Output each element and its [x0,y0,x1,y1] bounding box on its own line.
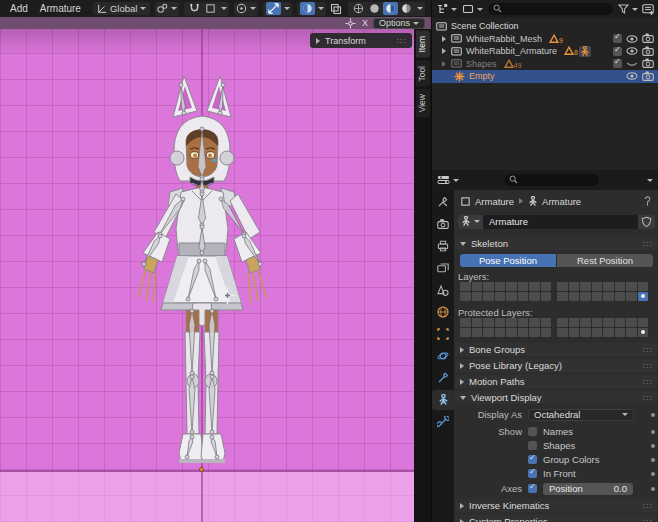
options-button[interactable]: Options [373,18,425,29]
expander-icon[interactable] [442,61,446,67]
animate-dot-icon[interactable] [651,472,655,476]
layer-toggle[interactable] [529,328,540,337]
eye-icon[interactable] [626,34,638,44]
tab-render[interactable] [432,214,454,234]
axes-checkbox[interactable] [528,484,537,493]
menu-add[interactable]: Add [4,2,34,15]
tab-output[interactable] [432,236,454,256]
section-drag-handle[interactable] [642,379,652,385]
layer-toggle[interactable] [569,282,580,291]
axes-position-slider[interactable]: Position 0.0 [543,483,633,495]
shading-material-icon[interactable] [383,2,398,15]
expander-icon[interactable] [442,36,446,42]
falloff-dropdown[interactable] [297,2,326,16]
layer-toggle[interactable] [615,328,626,337]
gizmo-toggle-icon[interactable] [345,18,356,29]
camera-visibility-icon[interactable] [642,58,654,69]
layer-toggle[interactable] [569,292,580,301]
animate-dot-icon[interactable] [651,413,655,417]
new-collection-button[interactable] [642,3,654,15]
section-drag-handle[interactable] [642,363,652,369]
layer-toggle[interactable] [472,328,483,337]
eye-closed-icon[interactable] [626,59,638,69]
character-model[interactable] [0,29,414,522]
layer-toggle[interactable] [472,292,483,301]
section-bone-groups[interactable]: Bone Groups [455,343,657,356]
chevron-down-icon[interactable] [647,179,653,182]
snap-target-icon[interactable] [203,2,218,15]
section-drag-handle[interactable] [642,395,652,401]
layer-toggle[interactable] [541,282,552,291]
layer-toggle[interactable] [506,328,517,337]
pin-icon[interactable] [642,196,653,207]
section-motion-paths[interactable]: Motion Paths [455,375,657,388]
layer-toggle[interactable] [460,292,471,301]
layer-toggle[interactable] [541,328,552,337]
layer-toggle[interactable] [580,292,591,301]
layer-toggle[interactable] [460,282,471,291]
expander-icon[interactable] [442,48,446,54]
sidebar-tab-view[interactable]: View [416,89,430,117]
layer-toggle[interactable] [592,328,603,337]
snap-magnet-icon[interactable] [187,2,202,15]
layer-toggle[interactable] [580,282,591,291]
layer-toggle[interactable] [638,282,649,291]
editor-type-dropdown[interactable] [436,3,457,15]
layer-toggle[interactable] [529,282,540,291]
tab-world[interactable] [432,302,454,322]
layer-toggle[interactable] [506,292,517,301]
animate-dot-icon[interactable] [651,487,655,491]
eye-icon[interactable] [626,71,638,81]
exclude-checkbox[interactable] [613,59,622,68]
filter-dropdown[interactable] [618,4,638,15]
layer-toggle[interactable] [603,318,614,327]
shading-wireframe-icon[interactable] [351,2,366,15]
snap-move-icon[interactable] [266,2,281,15]
camera-visibility-icon[interactable] [642,71,654,82]
layer-toggle[interactable] [615,292,626,301]
layer-toggle[interactable] [541,292,552,301]
editor-type-dropdown[interactable] [437,174,459,187]
tab-bone[interactable] [432,412,454,432]
tab-object-data-armature[interactable] [432,390,454,410]
menu-armature[interactable]: Armature [34,2,87,15]
layer-toggle[interactable] [495,292,506,301]
transform-panel-collapsed[interactable]: Transform [310,33,412,48]
layer-toggle[interactable] [541,318,552,327]
layer-toggle[interactable] [518,282,529,291]
layer-toggle[interactable] [580,328,591,337]
exclude-checkbox[interactable] [613,34,622,43]
layer-toggle[interactable] [472,282,483,291]
layer-toggle[interactable] [557,318,568,327]
falloff-sphere-icon[interactable] [300,2,315,15]
layer-toggle[interactable] [569,328,580,337]
layer-toggle[interactable] [483,282,494,291]
layer-toggle[interactable] [518,292,529,301]
tab-scene[interactable] [432,280,454,300]
outliner-row-whiterabbit-armature[interactable]: WhiteRabbit_Armature 8 [432,45,658,58]
layer-toggle[interactable] [592,292,603,301]
section-custom-properties[interactable]: Custom Properties [455,515,657,522]
layer-toggle[interactable] [529,318,540,327]
outliner-row-scene-collection[interactable]: Scene Collection [432,20,658,33]
layer-toggle[interactable] [495,328,506,337]
transform-orientation-dropdown[interactable]: Global [93,2,150,15]
properties-search-input[interactable] [504,174,599,186]
tab-tool[interactable] [432,192,454,212]
viewport-3d-canvas[interactable]: Transform [0,29,414,522]
snap-mode-dropdown[interactable] [263,2,292,16]
layer-toggle[interactable] [483,328,494,337]
animate-dot-icon[interactable] [651,430,655,434]
layer-toggle[interactable] [460,328,471,337]
shapes-checkbox[interactable] [528,441,537,450]
layer-toggle[interactable] [615,282,626,291]
panel-drag-handle[interactable] [396,38,406,44]
snapping-group[interactable] [184,2,229,16]
xray-toggle-icon[interactable] [328,2,343,15]
layer-toggle[interactable] [483,292,494,301]
shading-rendered-icon[interactable] [399,2,414,15]
datablock-name-input[interactable]: Armature [483,215,638,229]
sidebar-tab-item[interactable]: Item [416,31,430,58]
layer-toggle[interactable] [592,318,603,327]
display-as-dropdown[interactable]: Octahedral [528,409,634,421]
